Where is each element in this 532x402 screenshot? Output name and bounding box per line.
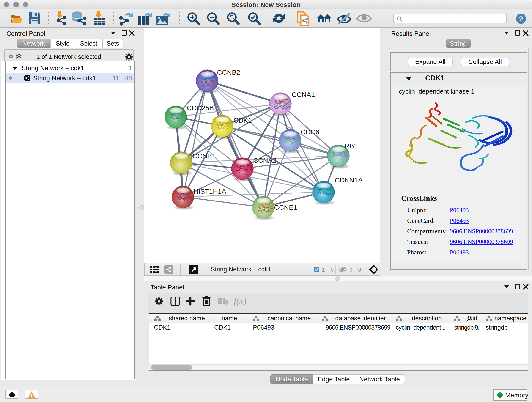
svg-text:RB1: RB1 [344, 142, 358, 150]
svg-text:CCNB1: CCNB1 [192, 152, 216, 160]
svg-text:CCNE1: CCNE1 [274, 204, 298, 211]
svg-text:CDK1: CDK1 [234, 116, 252, 124]
svg-text:CCNB2: CCNB2 [217, 69, 240, 76]
svg-text:CDKN1A: CDKN1A [335, 176, 363, 184]
svg-text:CCNA2: CCNA2 [253, 157, 277, 164]
svg-text:HIST1H1A: HIST1H1A [193, 187, 226, 195]
svg-text:CDC6: CDC6 [301, 128, 319, 136]
svg-text:CDC25B: CDC25B [187, 104, 214, 112]
svg-text:CCNA1: CCNA1 [292, 91, 315, 98]
